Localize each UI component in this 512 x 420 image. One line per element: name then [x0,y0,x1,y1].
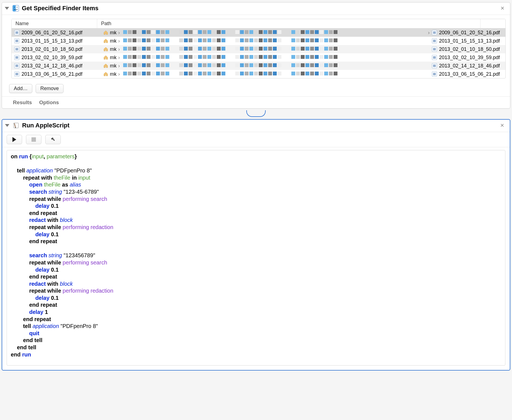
path-root: mk [110,38,117,44]
table-row[interactable]: 2013_02_01_10_18_50.pdfmk›2013_02_01_10_… [12,45,505,53]
path-file-name: 2013_01_15_15_13_13.pdf [439,38,500,44]
column-name[interactable]: Name [12,19,97,28]
pdf-file-icon [432,55,437,60]
chevron-right-icon: › [118,71,120,77]
disclosure-triangle-icon[interactable] [5,124,9,127]
stop-icon [31,137,36,142]
action-header: Get Specified Finder Items ✕ [2,2,510,15]
path-root: mk [110,63,117,69]
finder-items-table: Name Path 2009_06_01_20_52_16.pdfmk››200… [11,19,506,78]
pdf-file-icon [14,38,19,43]
chevron-right-icon: › [118,46,120,52]
path-file-name: 2009_06_01_20_52_16.pdf [439,30,500,36]
tab-options[interactable]: Options [39,99,59,106]
table-button-row: Add… Remove [2,81,510,96]
pdf-file-icon [432,63,437,68]
chevron-right-icon: › [428,30,430,36]
table-row[interactable]: 2009_06_01_20_52_16.pdfmk››2009_06_01_20… [12,28,505,37]
table-header: Name Path [12,19,505,28]
svg-point-5 [15,127,16,128]
home-icon [103,30,108,35]
table-row[interactable]: 2013_01_15_15_13_13.pdfmk›2013_01_15_15_… [12,37,505,45]
script-toolbar [2,132,510,147]
pdf-file-icon [14,55,19,60]
tab-results[interactable]: Results [13,99,32,106]
pdf-file-icon [432,47,437,52]
pdf-file-icon [14,72,19,77]
path-root: mk [110,30,117,36]
action-finder-items: Get Specified Finder Items ✕ Name Path 2… [2,2,510,109]
svg-point-2 [14,7,15,8]
play-icon [12,137,16,142]
path-file-name: 2013_03_06_15_06_21.pdf [439,71,500,77]
action-title: Run AppleScript [22,122,70,129]
compile-button[interactable] [45,135,61,144]
table-row[interactable]: 2013_03_06_15_06_21.pdfmk›2013_03_06_15_… [12,70,505,78]
table-row[interactable]: 2013_02_02_10_39_59.pdfmk›2013_02_02_10_… [12,53,505,62]
chevron-right-icon: › [118,38,120,44]
action-header: Run AppleScript ✕ [2,120,510,132]
path-root: mk [110,71,117,77]
file-name: 2013_02_02_10_39_59.pdf [22,55,82,61]
table-row[interactable]: 2013_02_14_12_18_46.pdfmk›2013_02_14_12_… [12,62,505,70]
run-button[interactable] [7,135,22,144]
home-icon [103,38,108,43]
column-path[interactable]: Path [97,19,481,28]
path-file-name: 2013_02_02_10_39_59.pdf [439,55,500,61]
pdf-file-icon [14,63,19,68]
finder-icon [12,5,19,12]
action-connector [0,111,512,117]
action-run-applescript: Run AppleScript ✕ on run {input, paramet… [2,119,510,371]
pdf-file-icon [14,47,19,52]
script-editor[interactable]: on run {input, parameters} tell applicat… [7,150,505,366]
path-file-name: 2013_02_01_10_18_50.pdf [439,46,500,52]
disclosure-triangle-icon[interactable] [5,7,9,10]
svg-rect-1 [13,5,16,11]
close-icon[interactable]: ✕ [499,5,506,12]
home-icon [103,47,108,52]
file-name: 2013_02_01_10_18_50.pdf [22,46,82,52]
add-button[interactable]: Add… [9,84,32,93]
action-title: Get Specified Finder Items [22,5,99,12]
path-root: mk [110,46,117,52]
stop-button[interactable] [26,135,41,144]
column-blank [481,19,505,28]
home-icon [103,72,108,77]
pdf-file-icon [432,30,437,35]
svg-point-3 [17,7,18,8]
pdf-file-icon [432,38,437,43]
close-icon[interactable]: ✕ [498,122,506,129]
hammer-icon [50,137,56,142]
chevron-right-icon: › [118,55,120,61]
chevron-right-icon: › [118,30,120,36]
home-icon [103,55,108,60]
home-icon [103,63,108,68]
pdf-file-icon [432,72,437,77]
automator-workflow: Get Specified Finder Items ✕ Name Path 2… [0,0,512,373]
path-file-name: 2013_02_14_12_18_46.pdf [439,63,500,69]
applescript-icon [13,122,19,129]
chevron-right-icon: › [118,63,120,69]
file-name: 2013_03_06_15_06_21.pdf [22,71,82,77]
table-body: 2009_06_01_20_52_16.pdfmk››2009_06_01_20… [12,28,505,78]
file-name: 2013_02_14_12_18_46.pdf [22,63,82,69]
action-tabs: Results Options [2,96,510,108]
pdf-file-icon [14,30,19,35]
file-name: 2009_06_01_20_52_16.pdf [22,30,82,36]
path-root: mk [110,55,117,61]
remove-button[interactable]: Remove [36,84,64,93]
file-name: 2013_01_15_15_13_13.pdf [22,38,82,44]
